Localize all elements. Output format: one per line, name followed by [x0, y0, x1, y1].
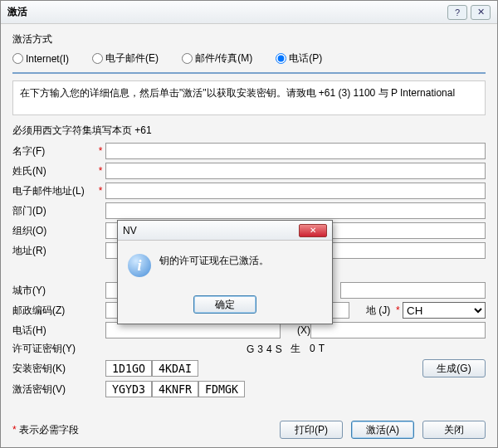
radio-phone[interactable]: 电话(P): [276, 51, 322, 66]
footer: * 表示必需字段 打印(P) 激活(A) 关闭: [12, 421, 486, 439]
req-star: *: [12, 424, 17, 436]
instruction-box: 在下方输入您的详细信息，然后单击"激活"以获取安装密钥。请致电 +61 (3) …: [12, 80, 486, 115]
info-icon: i: [128, 254, 151, 277]
content-area: 激活方式 Internet(I) 电子邮件(E) 邮件/传真(M) 电话(P) …: [1, 24, 497, 409]
department-label: 部门(D): [12, 204, 95, 218]
help-icon: ?: [455, 7, 460, 17]
dialog-ok-button[interactable]: 确定: [193, 295, 256, 314]
first-name-input[interactable]: [105, 143, 486, 159]
last-name-label: 姓氏(N): [12, 164, 95, 178]
dialog-body: i 钥的许可证现在已激活。: [118, 241, 332, 290]
activation-key-seg1[interactable]: [105, 381, 152, 397]
department-input[interactable]: [105, 202, 486, 219]
state-input[interactable]: [340, 282, 486, 299]
radio-internet-label: Internet(I): [26, 53, 69, 65]
dialog-footer: 确定: [118, 290, 332, 324]
radio-fax-label: 邮件/传真(M): [195, 51, 252, 66]
req-star: *: [95, 165, 105, 177]
license-key-value2: 生 0T: [290, 342, 328, 356]
req-star: *: [95, 185, 105, 197]
req-star: *: [95, 145, 105, 157]
activation-key-label: 激活密钥(V): [12, 382, 95, 397]
close-icon: ✕: [477, 7, 485, 17]
radio-internet[interactable]: Internet(I): [12, 53, 69, 65]
req-star: *: [396, 304, 400, 316]
close-window-button[interactable]: ✕: [471, 5, 491, 20]
activation-method-radios: Internet(I) 电子邮件(E) 邮件/传真(M) 电话(P): [12, 50, 486, 74]
country-select[interactable]: CH: [403, 302, 486, 319]
last-name-input[interactable]: [105, 163, 486, 179]
radio-fax-input[interactable]: [182, 53, 193, 64]
postal-label: 邮政编码(Z): [12, 304, 95, 318]
radio-email[interactable]: 电子邮件(E): [92, 51, 159, 66]
window-title: 激活: [7, 5, 444, 19]
generate-button[interactable]: 生成(G): [422, 359, 486, 377]
email-label: 电子邮件地址(L): [12, 184, 95, 198]
activation-method-label: 激活方式: [12, 32, 486, 46]
install-key-boxes: [105, 360, 198, 377]
address-label: 地址(R): [12, 244, 95, 258]
radio-email-input[interactable]: [92, 53, 103, 64]
license-key-label: 许可证密钥(Y): [12, 342, 95, 356]
activation-key-seg2[interactable]: [152, 381, 198, 397]
info-glyph: i: [137, 257, 141, 275]
required-note: * 表示必需字段: [12, 423, 271, 437]
install-key-seg1[interactable]: [105, 360, 152, 377]
dialog-message: 钥的许可证现在已激活。: [159, 254, 269, 268]
activation-key-seg3[interactable]: [198, 381, 245, 397]
fax-label: (X): [297, 324, 310, 336]
dialog-close-button[interactable]: ✕: [299, 224, 327, 237]
radio-email-label: 电子邮件(E): [105, 51, 159, 66]
city-label: 城市(Y): [12, 284, 95, 298]
close-icon: ✕: [310, 226, 316, 235]
help-button[interactable]: ?: [447, 5, 467, 20]
confirmation-dialog: NV ✕ i 钥的许可证现在已激活。 确定: [117, 220, 333, 324]
required-note-text: 表示必需字段: [19, 424, 79, 436]
install-key-label: 安装密钥(K): [12, 362, 95, 376]
activation-key-boxes: [105, 381, 245, 397]
activate-button[interactable]: 激活(A): [351, 421, 414, 439]
phone-label: 电话(H): [12, 324, 95, 338]
dialog-title: NV: [123, 225, 299, 236]
radio-phone-label: 电话(P): [289, 51, 322, 66]
radio-internet-input[interactable]: [12, 53, 23, 64]
radio-phone-input[interactable]: [276, 53, 286, 64]
close-button[interactable]: 关闭: [422, 421, 486, 439]
email-input[interactable]: [105, 183, 486, 199]
country-label: 地 (J): [366, 304, 390, 318]
radio-fax[interactable]: 邮件/传真(M): [182, 51, 252, 66]
first-name-label: 名字(F): [12, 144, 95, 158]
phone-input[interactable]: [105, 322, 281, 338]
fax-input[interactable]: [310, 322, 486, 338]
dialog-titlebar: NV ✕: [118, 221, 332, 241]
charset-note: 必须用西文字符集填写本页 +61: [12, 124, 486, 138]
print-button[interactable]: 打印(P): [280, 421, 343, 439]
org-label: 组织(O): [12, 224, 95, 238]
install-key-seg2[interactable]: [152, 360, 198, 377]
titlebar: 激活 ? ✕: [1, 1, 497, 24]
license-key-value1: G34S: [247, 343, 286, 355]
activation-window: 激活 ? ✕ 激活方式 Internet(I) 电子邮件(E) 邮件/传真(M)…: [0, 0, 498, 448]
